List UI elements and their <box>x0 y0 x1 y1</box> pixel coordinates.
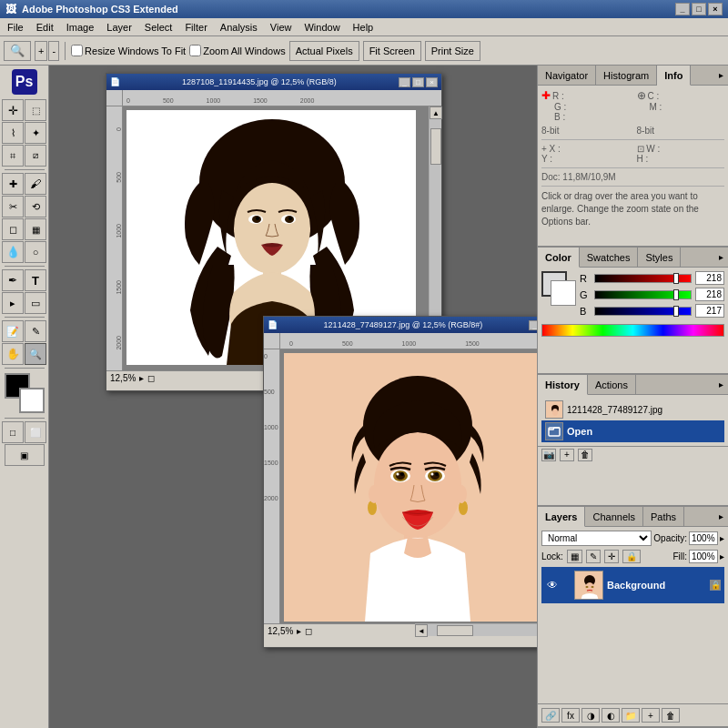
tab-styles[interactable]: Styles <box>638 248 681 268</box>
minimize-btn[interactable]: _ <box>675 3 690 15</box>
color-r-slider[interactable] <box>594 274 692 283</box>
lock-all-btn[interactable]: 🔒 <box>622 550 641 563</box>
doc2-canvas-container[interactable] <box>280 349 537 623</box>
layers-blend-mode[interactable]: Normal <box>541 531 652 546</box>
print-size-btn[interactable]: Print Size <box>425 41 480 61</box>
menu-help[interactable]: Help <box>348 19 379 35</box>
color-b-thumb[interactable] <box>673 306 679 317</box>
layers-panel-menu[interactable]: ▸ <box>713 507 728 525</box>
color-g-slider[interactable] <box>594 290 692 299</box>
pen-tool[interactable]: ✒ <box>2 269 24 291</box>
color-r-value[interactable] <box>695 271 724 285</box>
marquee-tool[interactable]: ⬚ <box>25 99 46 121</box>
menu-file[interactable]: File <box>2 19 29 35</box>
doc1-close[interactable]: × <box>426 77 438 87</box>
menu-analysis[interactable]: Analysis <box>215 19 263 35</box>
gradient-tool[interactable]: ▦ <box>25 218 46 240</box>
color-b-slider[interactable] <box>594 307 692 316</box>
text-tool[interactable]: T <box>25 269 46 291</box>
actual-pixels-btn[interactable]: Actual Pixels <box>289 41 359 61</box>
doc1-maximize[interactable]: □ <box>412 77 424 87</box>
layer-item-background[interactable]: 👁 Backgrou <box>541 567 724 603</box>
tab-histogram[interactable]: Histogram <box>596 66 657 86</box>
lock-image-btn[interactable]: ✎ <box>586 550 601 563</box>
zoom-all-checkbox[interactable]: Zoom All Windows <box>189 45 285 56</box>
lock-transparent-btn[interactable]: ▦ <box>567 550 582 563</box>
menu-edit[interactable]: Edit <box>31 19 59 35</box>
doc2-canvas[interactable] <box>284 353 537 622</box>
color-panel-menu[interactable]: ▸ <box>713 248 728 266</box>
layer-link-btn[interactable]: 🔗 <box>541 708 560 723</box>
tab-info[interactable]: Info <box>657 66 691 86</box>
zoom-out-btn[interactable]: + <box>35 41 47 61</box>
blur-tool[interactable]: 💧 <box>2 241 24 263</box>
tab-navigator[interactable]: Navigator <box>538 66 596 86</box>
layer-mask-btn[interactable]: ◑ <box>581 708 600 723</box>
layers-fill-menu[interactable]: ▸ <box>720 551 724 561</box>
history-item-open[interactable]: Open <box>541 420 724 442</box>
menu-window[interactable]: Window <box>298 19 345 35</box>
magic-wand-tool[interactable]: ✦ <box>25 122 46 144</box>
menu-select[interactable]: Select <box>139 19 178 35</box>
tab-color[interactable]: Color <box>538 248 580 268</box>
tab-actions[interactable]: Actions <box>588 375 636 395</box>
color-fg-bg-swatches[interactable] <box>541 271 576 306</box>
color-g-thumb[interactable] <box>673 289 679 300</box>
history-create-btn[interactable]: + <box>560 449 574 461</box>
brush-tool[interactable]: 🖌 <box>25 173 46 195</box>
path-select-tool[interactable]: ▸ <box>2 292 24 314</box>
history-item-1[interactable]: 1211428_77489127.jpg <box>541 399 724 420</box>
color-b-value[interactable] <box>695 304 724 318</box>
doc1-vscroll-thumb[interactable] <box>430 128 441 165</box>
color-spectrum-bar[interactable] <box>541 324 724 337</box>
quick-mask-mode[interactable]: □ <box>2 421 24 443</box>
doc2-hscroll-left[interactable]: ◄ <box>415 624 428 637</box>
layer-new-btn[interactable]: + <box>642 708 660 723</box>
close-btn[interactable]: × <box>708 3 723 15</box>
tab-swatches[interactable]: Swatches <box>580 248 639 268</box>
eraser-tool[interactable]: ◻ <box>2 218 24 240</box>
tab-paths[interactable]: Paths <box>643 507 684 527</box>
lock-position-btn[interactable]: ✛ <box>604 550 619 563</box>
maximize-btn[interactable]: □ <box>692 3 706 15</box>
shape-tool[interactable]: ▭ <box>25 292 46 314</box>
slice-tool[interactable]: ⧄ <box>25 145 46 167</box>
crop-tool[interactable]: ⌗ <box>2 145 24 167</box>
layer-delete-btn[interactable]: 🗑 <box>662 708 680 723</box>
menu-image[interactable]: Image <box>61 19 100 35</box>
doc2-hscroll[interactable]: ◄ ► <box>415 623 537 636</box>
color-background-swatch[interactable] <box>551 280 576 306</box>
color-r-thumb[interactable] <box>673 273 679 284</box>
menu-filter[interactable]: Filter <box>179 19 212 35</box>
color-switcher[interactable] <box>5 373 45 413</box>
nav-panel-menu[interactable]: ▸ <box>713 66 728 84</box>
doc1-vscroll-up[interactable]: ▲ <box>430 106 442 119</box>
resize-windows-checkbox[interactable]: Resize Windows To Fit <box>71 45 186 56</box>
layer-folder-btn[interactable]: 📁 <box>622 708 640 723</box>
layers-opacity-menu[interactable]: ▸ <box>720 533 724 543</box>
zoom-in-btn2[interactable]: - <box>48 41 59 61</box>
standard-mode[interactable]: ⬜ <box>25 421 46 443</box>
layer-adj-btn[interactable]: ◐ <box>602 708 620 723</box>
history-brush-tool[interactable]: ⟲ <box>25 196 46 217</box>
doc1-minimize[interactable]: _ <box>399 77 410 87</box>
history-panel-menu[interactable]: ▸ <box>713 375 728 393</box>
doc2-hscroll-thumb[interactable] <box>437 625 473 636</box>
layer-fx-btn[interactable]: fx <box>561 708 580 723</box>
history-delete-btn[interactable]: 🗑 <box>578 449 592 461</box>
color-g-value[interactable] <box>695 288 724 301</box>
zoom-tool[interactable]: 🔍 <box>25 343 46 365</box>
layers-opacity-value[interactable] <box>689 531 718 545</box>
history-snapshot-btn[interactable]: 📷 <box>541 449 556 461</box>
menu-layer[interactable]: Layer <box>101 19 137 35</box>
doc2-hscroll-track[interactable] <box>428 624 537 636</box>
move-tool[interactable]: ✛ <box>2 99 24 121</box>
clone-tool[interactable]: ✂ <box>2 196 24 217</box>
menu-view[interactable]: View <box>265 19 298 35</box>
dodge-tool[interactable]: ○ <box>25 241 46 263</box>
notes-tool[interactable]: 📝 <box>2 320 24 342</box>
layer-visibility-eye[interactable]: 👁 <box>545 578 560 592</box>
hand-tool[interactable]: ✋ <box>2 343 24 365</box>
healing-tool[interactable]: ✚ <box>2 173 24 195</box>
screen-mode-btn[interactable]: ▣ <box>5 444 45 466</box>
